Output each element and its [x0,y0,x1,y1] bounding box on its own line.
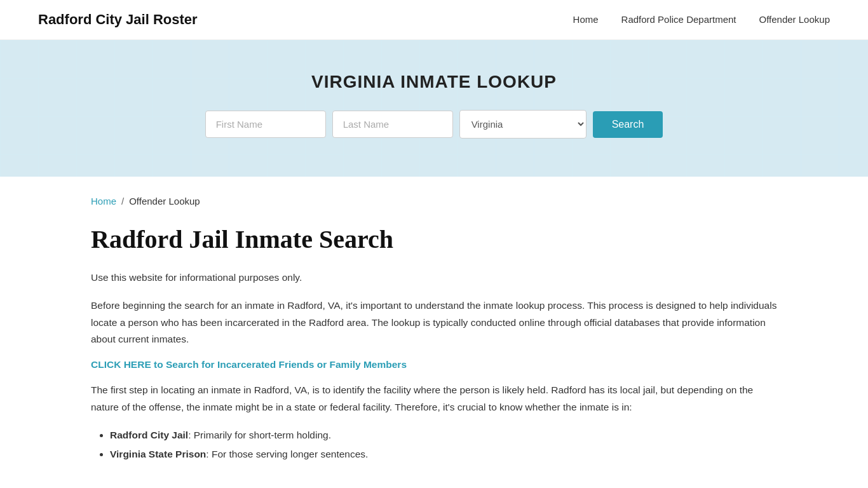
breadcrumb-current: Offender Lookup [129,196,200,207]
search-button[interactable]: Search [593,111,663,138]
state-select[interactable]: VirginiaAlabamaAlaskaArizonaArkansasCali… [459,110,587,139]
cta-link[interactable]: CLICK HERE to Search for Incarcerated Fr… [91,359,407,370]
list-item-2: Virginia State Prison: For those serving… [110,446,777,463]
paragraph-1: Use this website for informational purpo… [91,269,777,286]
breadcrumb-separator: / [121,196,124,207]
site-header: Radford City Jail Roster Home Radford Po… [0,0,868,40]
page-title: Radford Jail Inmate Search [91,224,777,254]
paragraph-3: The first step in locating an inmate in … [91,382,777,416]
breadcrumb: Home / Offender Lookup [91,196,777,207]
list-item-2-rest: : For those serving longer sentences. [206,449,368,459]
nav-item-police: Radford Police Department [621,14,736,25]
search-form: VirginiaAlabamaAlaskaArizonaArkansasCali… [13,110,855,139]
list-item-1-bold: Radford City Jail [110,430,188,440]
site-title[interactable]: Radford City Jail Roster [38,11,198,28]
main-nav: Home Radford Police Department Offender … [573,14,830,25]
first-name-input[interactable] [205,111,326,138]
main-content: Home / Offender Lookup Radford Jail Inma… [53,177,815,488]
list-item-1: Radford City Jail: Primarily for short-t… [110,427,777,444]
hero-heading: VIRGINIA INMATE LOOKUP [13,72,855,92]
last-name-input[interactable] [332,111,453,138]
paragraph-2: Before beginning the search for an inmat… [91,297,777,348]
nav-home-link[interactable]: Home [573,14,599,25]
nav-links: Home Radford Police Department Offender … [573,14,830,25]
hero-banner: VIRGINIA INMATE LOOKUP VirginiaAlabamaAl… [0,40,868,177]
nav-item-offender: Offender Lookup [759,14,830,25]
nav-offender-link[interactable]: Offender Lookup [759,14,830,25]
nav-item-home: Home [573,14,599,25]
facility-list: Radford City Jail: Primarily for short-t… [110,427,777,463]
breadcrumb-home[interactable]: Home [91,196,116,207]
nav-police-link[interactable]: Radford Police Department [621,14,736,25]
list-item-1-rest: : Primarily for short-term holding. [188,430,331,440]
list-item-2-bold: Virginia State Prison [110,449,206,459]
